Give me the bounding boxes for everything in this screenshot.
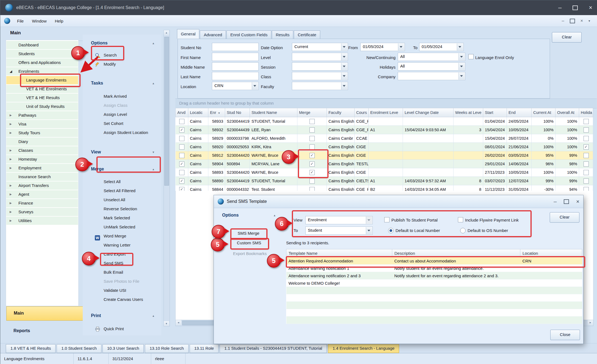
flywire-link-checkbox[interactable] <box>458 217 463 222</box>
panel-section-print[interactable]: Print▲ <box>83 312 161 319</box>
view-select[interactable]: Enrolment <box>305 216 373 224</box>
column-header-faculty[interactable]: Faculty <box>327 108 355 117</box>
merge-checkbox[interactable] <box>309 144 315 150</box>
collapsed-triangle-icon[interactable]: ▶ <box>10 208 16 216</box>
sidebar-item-surveys[interactable]: ▶Surveys <box>6 208 78 216</box>
table-row[interactable]: Cairns58933S230044419STUDENT, TutorialCa… <box>176 117 593 126</box>
expand-arrow-icon[interactable]: ▼ <box>152 151 155 154</box>
dropdown-arrow-icon[interactable] <box>341 53 347 60</box>
dropdown-arrow-icon[interactable] <box>398 43 404 51</box>
os-number-radio[interactable] <box>460 228 466 233</box>
arvd-checkbox[interactable] <box>179 178 184 184</box>
sidebar-item-visa[interactable]: ▶Visa <box>6 120 78 128</box>
merge-checkbox[interactable] <box>309 136 315 141</box>
cell-merge[interactable] <box>297 126 327 134</box>
sidebar-item-agent[interactable]: ▶Agent <box>6 190 78 198</box>
panel-section-tasks[interactable]: Tasks▲ <box>83 80 161 87</box>
dropdown-arrow-icon[interactable] <box>458 72 465 80</box>
bottom-tab-13-10-role-search[interactable]: 13.10 Role Search <box>145 344 188 353</box>
column-header-enr[interactable]: Enr▼ <box>208 108 225 117</box>
action-mark-selected[interactable]: Mark Selected <box>83 213 161 222</box>
cell-holiday[interactable] <box>579 177 593 185</box>
scrollbar-thumb[interactable] <box>164 37 169 186</box>
sidebar-item-homestay[interactable]: ▶Homestay <box>6 155 78 163</box>
action-quick-print[interactable]: Quick Print <box>83 324 161 333</box>
holiday-checkbox[interactable] <box>584 178 589 184</box>
action-modify[interactable]: Modify <box>83 60 161 69</box>
window-list-arrow-icon[interactable]: ▾ <box>588 19 590 23</box>
collapsed-triangle-icon[interactable]: ▶ <box>10 155 16 163</box>
level-select[interactable] <box>292 53 348 61</box>
action-unmark-selected[interactable]: UnMark Selected <box>83 222 161 231</box>
collapse-arrow-icon[interactable]: ▲ <box>152 314 155 317</box>
template-column-description[interactable]: Description <box>392 249 520 257</box>
sidebar-item-vet-he-enrolments[interactable]: VET & HE Enrolments <box>6 85 78 93</box>
collapsed-triangle-icon[interactable]: ▶ <box>10 181 16 190</box>
collapsed-triangle-icon[interactable]: ▶ <box>10 190 16 198</box>
sidebar-item-students[interactable]: Students <box>6 50 78 58</box>
collapsed-triangle-icon[interactable]: ▶ <box>10 129 16 137</box>
table-row[interactable]: Cairns58904500894MCRYAN, LaneCairns Engl… <box>176 160 593 168</box>
holiday-checkbox[interactable] <box>584 144 589 150</box>
action-send-sms[interactable]: Send SMS <box>83 259 161 268</box>
cell-holiday[interactable] <box>579 117 593 126</box>
cell-merge[interactable] <box>297 151 327 160</box>
bottom-tab-13-11-role[interactable]: 13.11 Role <box>190 344 219 353</box>
sidebar-item-diary[interactable]: Diary <box>6 138 78 146</box>
action-reverse-selection[interactable]: Reverse Selection <box>83 204 161 213</box>
column-header-end[interactable]: End <box>507 108 532 117</box>
sidebar-category-reports[interactable]: Reports <box>6 326 85 336</box>
sidebar-item-offers-and-applications[interactable]: Offers and Applications <box>6 58 78 67</box>
arvd-checkbox[interactable] <box>179 144 184 150</box>
column-header-current-at[interactable]: Current At <box>532 108 555 117</box>
template-row[interactable]: Attendance warning notification 1Notify … <box>286 265 582 272</box>
dropdown-arrow-icon[interactable] <box>366 227 372 234</box>
sidebar-item-study-tours[interactable]: ▶Study Tours <box>6 129 78 137</box>
bottom-tab-1-8-vet-he-results[interactable]: 1.8 VET & HE Results <box>6 344 56 353</box>
panel-section-merge[interactable]: Merge▲ <box>83 166 161 173</box>
dropdown-arrow-icon[interactable] <box>341 43 347 51</box>
collapsed-triangle-icon[interactable]: ▶ <box>10 146 16 155</box>
column-header-start[interactable]: Start <box>483 108 507 117</box>
first-name-input[interactable] <box>212 53 259 61</box>
tab-advanced[interactable]: Advanced <box>200 30 226 39</box>
dropdown-arrow-icon[interactable] <box>458 53 465 60</box>
panel-scrollbar[interactable]: ▲ ▼ <box>164 30 170 326</box>
sidebar-item-unit-of-study-results[interactable]: Unit of Study Results <box>6 102 78 111</box>
scroll-right-icon[interactable]: ► <box>588 320 593 325</box>
action-word-merge[interactable]: WWord Merge <box>83 231 161 240</box>
template-row[interactable]: Attendance warning notification 2 and 3N… <box>286 272 582 279</box>
holiday-checkbox[interactable] <box>584 136 589 141</box>
sidebar-item-employment[interactable]: ▶Employment <box>6 164 78 172</box>
arvd-checkbox[interactable] <box>179 170 184 175</box>
tab-enrol-custom-fields[interactable]: Enrol Custom Fields <box>226 30 271 39</box>
dialog-action-sms-merge[interactable]: SMS Merge <box>230 229 267 237</box>
table-row[interactable]: Cairns589200000025053KIRK, KitraCairns E… <box>176 143 593 151</box>
local-number-radio[interactable] <box>388 228 394 233</box>
cell-holiday[interactable] <box>579 134 593 143</box>
dropdown-arrow-icon[interactable] <box>341 63 347 70</box>
sidebar-item-dashboard[interactable]: Dashboard <box>6 41 78 49</box>
dropdown-arrow-icon[interactable] <box>341 82 347 89</box>
tab-certificate[interactable]: Certificate <box>294 30 320 39</box>
arvd-checkbox[interactable] <box>179 119 184 124</box>
minimize-button[interactable]: – <box>558 4 562 11</box>
sidebar-item-airport-transfers[interactable]: ▶Airport Transfers <box>6 181 78 190</box>
holiday-checkbox[interactable] <box>584 153 589 158</box>
collapse-arrow-icon[interactable]: ▲ <box>152 82 155 85</box>
group-by-bar[interactable]: Drag a column header here to group by th… <box>175 99 597 108</box>
collapse-arrow-icon[interactable]: ▲ <box>152 42 155 45</box>
template-column-template-name[interactable]: Template Name <box>286 249 392 257</box>
action-bulk-email[interactable]: Bulk Email <box>83 268 161 277</box>
collapsed-triangle-icon[interactable]: ▶ <box>10 111 16 119</box>
new-continuing-select[interactable]: All <box>398 53 465 61</box>
template-row[interactable]: Welcome to DEMO College! <box>286 279 582 287</box>
action-create-canvas-users[interactable]: Create Canvas Users <box>83 295 161 304</box>
dropdown-arrow-icon[interactable] <box>458 63 465 70</box>
collapse-arrow-icon[interactable]: ▲ <box>152 168 155 171</box>
cell-arvd[interactable] <box>176 126 188 134</box>
action-assign-student-location[interactable]: Assign Student Location <box>83 128 161 137</box>
action-unselect-all[interactable]: Unselect All <box>83 195 161 204</box>
dropdown-arrow-icon[interactable] <box>341 72 347 80</box>
merge-checkbox[interactable] <box>309 119 315 124</box>
